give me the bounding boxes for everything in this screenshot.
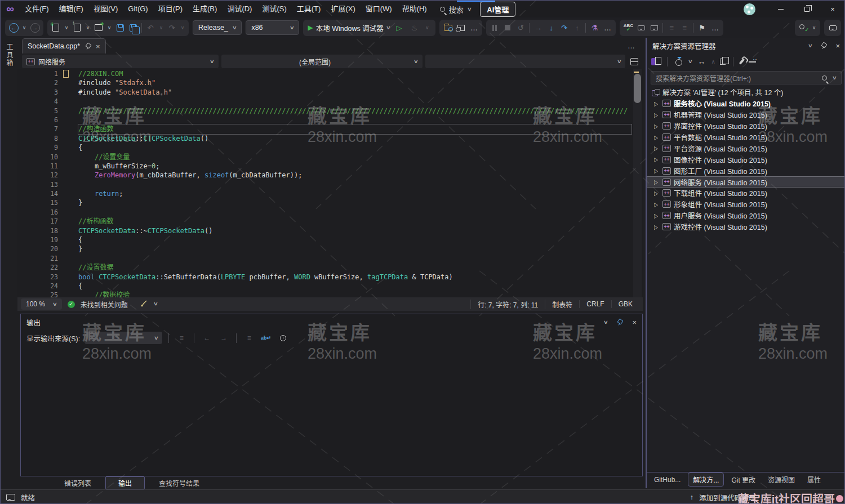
save-all-button[interactable] (127, 21, 139, 34)
redo-button[interactable]: ↷ (166, 21, 178, 34)
menu-item-1[interactable]: 编辑(E) (54, 1, 88, 17)
debug-target-label[interactable]: 本地 Windows 调试器 (316, 23, 384, 33)
menu-item-6[interactable]: 调试(D) (222, 1, 257, 17)
comment-button[interactable] (635, 21, 647, 34)
undo-button[interactable]: ↶ (144, 21, 157, 34)
tree-row-project-3[interactable]: ▷++平台数据 (Visual Studio 2015) (647, 132, 845, 143)
tree-row-project-0[interactable]: ▷++服务核心 (Visual Studio 2015) (647, 98, 845, 109)
decrease-indent-button[interactable]: ≡ (665, 21, 678, 34)
expander-icon[interactable]: ▷ (654, 190, 660, 197)
code-area[interactable]: 1//28XIN.COM2#include "Stdafx.h"3#includ… (17, 69, 643, 297)
menu-item-10[interactable]: 窗口(W) (361, 1, 397, 17)
step-over-button[interactable]: ↷ (558, 21, 570, 34)
bottom-tab-1[interactable]: 输出 (105, 476, 145, 489)
hot-reload-dropdown[interactable]: ∨ (423, 21, 431, 34)
scope-dropdown[interactable]: (全局范围) ∨ (221, 55, 422, 68)
code-line[interactable]: 1//28XIN.COM (17, 69, 643, 78)
add-item-dropdown[interactable]: ∨ (105, 21, 113, 34)
restore-button[interactable] (794, 1, 820, 17)
sync-with-active-document-button[interactable] (455, 21, 467, 34)
code-line[interactable]: 11 m_wBufferSize=0; (17, 162, 643, 171)
tree-row-project-4[interactable]: ▷++平台资源 (Visual Studio 2015) (647, 142, 845, 154)
member-dropdown[interactable]: ∨ (425, 55, 625, 68)
start-debug-icon[interactable]: ▶ (308, 24, 313, 32)
scrollbar-thumb[interactable] (634, 74, 641, 103)
step-out-button[interactable]: ↑ (571, 21, 583, 34)
code-line[interactable]: 5///////////////////////////////////////… (17, 106, 643, 115)
tree-row-project-8[interactable]: ▷++下载组件 (Visual Studio 2015) (647, 188, 845, 199)
status-segment-0[interactable]: 行: 7, 字符: 7, 列: 11 (470, 300, 545, 309)
menu-item-8[interactable]: 工具(T) (292, 1, 326, 17)
zoom-combo[interactable]: 100 % ∨ (21, 298, 62, 310)
code-line[interactable]: 16 (17, 208, 643, 217)
redo-dropdown[interactable]: ∨ (179, 21, 186, 34)
restart-button[interactable]: ↺ (514, 21, 527, 34)
avatar[interactable] (744, 3, 755, 15)
pin-icon[interactable] (820, 42, 827, 49)
toolbox-tab[interactable]: 工具箱 (5, 43, 14, 67)
save-button[interactable] (114, 21, 126, 34)
navigate-back-dropdown[interactable]: ∨ (20, 21, 28, 34)
start-without-debugging-button[interactable]: ▷ (393, 21, 405, 34)
expander-icon[interactable]: ▷ (654, 167, 660, 174)
stop-button[interactable] (501, 21, 514, 34)
expander-icon[interactable]: ▷ (654, 123, 660, 130)
new-file-button[interactable] (50, 21, 62, 34)
code-line[interactable]: 22//设置数据 (17, 263, 643, 272)
panel-tab-1[interactable]: 解决方... (688, 472, 724, 487)
send-feedback-button[interactable] (826, 21, 839, 34)
code-line[interactable]: 15} (17, 198, 643, 207)
clear-all-icon[interactable]: ≡ (243, 334, 255, 342)
expander-icon[interactable]: ▷ (654, 134, 660, 141)
navigate-forward-button[interactable]: → (29, 21, 41, 34)
live-share-dropdown[interactable]: ∨ (810, 21, 818, 34)
code-line[interactable]: 24{ (17, 282, 643, 291)
code-line[interactable]: 25 //数据校验 (17, 291, 643, 297)
window-position-dropdown[interactable]: ∨ (603, 319, 608, 325)
find-in-files-button[interactable] (442, 21, 454, 34)
add-to-source-control-button[interactable]: 添加到源代码管理 (699, 492, 755, 503)
tree-row-project-9[interactable]: ▷++形象组件 (Visual Studio 2015) (647, 199, 845, 210)
code-cleanup-button[interactable] (648, 21, 660, 34)
code-line[interactable]: 14 return; (17, 189, 643, 198)
bottom-tab-2[interactable]: 查找符号结果 (146, 476, 212, 489)
pin-icon[interactable] (616, 319, 623, 325)
pin-icon[interactable] (84, 43, 91, 50)
code-line[interactable]: 6 (17, 115, 643, 124)
split-window-icon[interactable] (630, 58, 638, 65)
expander-icon[interactable]: ▷ (654, 156, 660, 163)
navigate-back-button[interactable]: ← (7, 21, 20, 34)
expander-icon[interactable]: ▷ (654, 224, 660, 230)
close-tab-icon[interactable]: × (96, 42, 100, 51)
code-line[interactable]: 8CTCPSocketData::CTCPSocketData() (17, 134, 643, 143)
goto-message-icon[interactable]: ≡ (175, 334, 188, 342)
expander-icon[interactable]: ▷ (654, 179, 660, 185)
solution-search-input[interactable]: 搜索解决方案资源管理器(Ctrl+;) ∨ (651, 71, 842, 84)
add-item-button[interactable] (92, 21, 105, 34)
code-line[interactable]: 9{ (17, 143, 643, 152)
window-position-dropdown[interactable]: ∨ (807, 43, 812, 48)
expander-icon[interactable]: ▷ (654, 111, 660, 118)
tree-row-project-6[interactable]: ▷++图形工厂 (Visual Studio 2015) (647, 165, 845, 176)
code-line[interactable]: 2#include "Stdafx.h" (17, 78, 643, 87)
panel-tab-0[interactable]: GitHub... (649, 474, 686, 486)
undo-dropdown[interactable]: ∨ (157, 21, 165, 34)
solution-configuration-combo[interactable]: Release_∨ (193, 20, 242, 35)
open-file-dropdown[interactable]: ∨ (84, 21, 92, 34)
chevron-down-icon[interactable]: ∨ (832, 75, 837, 81)
tree-row-project-2[interactable]: ▷++界面控件 (Visual Studio 2015) (647, 121, 845, 132)
solution-platform-combo[interactable]: x86∨ (246, 20, 299, 35)
code-line[interactable]: 10 //设置变量 (17, 153, 643, 162)
menu-item-9[interactable]: 扩展(X) (326, 1, 360, 17)
menu-item-0[interactable]: 文件(F) (20, 1, 54, 17)
prev-message-icon[interactable]: ← (201, 334, 213, 342)
code-line[interactable]: 21 (17, 254, 643, 263)
tab-overflow-icon[interactable]: … (628, 42, 635, 50)
preview-selected-icon[interactable] (749, 61, 756, 63)
health-label[interactable]: 未找到相关问题 (81, 300, 128, 309)
code-cleanup-broom-icon[interactable] (139, 300, 148, 309)
close-button[interactable]: × (820, 1, 845, 17)
show-next-statement-button[interactable]: → (532, 21, 544, 34)
code-line[interactable]: 17//析构函数 (17, 217, 643, 226)
expander-icon[interactable]: ▷ (654, 145, 660, 151)
